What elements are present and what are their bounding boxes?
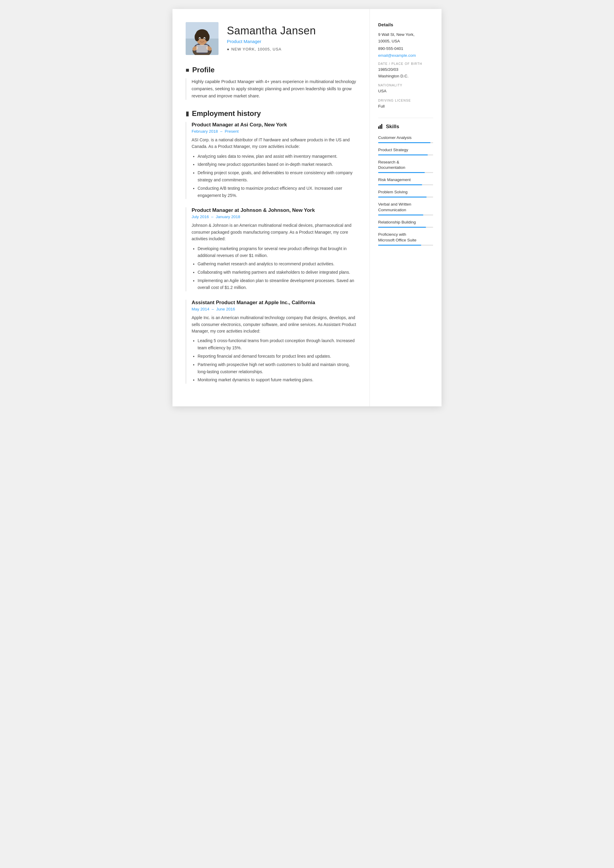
skill-bar-fill	[378, 184, 422, 185]
main-column: Samantha Jansen Product Manager ● NEW YO…	[173, 9, 370, 406]
job-bullet: Monitoring market dynamics to support fu…	[197, 377, 356, 384]
skill-bar-background	[378, 155, 433, 155]
skill-name: Proficiency withMicrosoft Office Suite	[378, 232, 433, 243]
detail-email: email@example.com	[378, 53, 433, 58]
skill-item: Verbal and WrittenCommunication	[378, 202, 433, 215]
dob-place: Washington D.C.	[378, 73, 433, 79]
skill-bar-fill	[378, 155, 428, 155]
job-title: Product Manager at Asi Corp, New York	[191, 122, 356, 128]
job-dates: February 2018 – Present	[191, 129, 356, 133]
job-title: Assistant Product Manager at Apple Inc.,…	[191, 300, 356, 306]
svg-rect-18	[381, 124, 382, 129]
skill-bar-background	[378, 214, 433, 215]
nationality-label: NATIONALITY	[378, 84, 433, 87]
skill-bar-fill	[378, 214, 423, 215]
job-item: Product Manager at Asi Corp, New YorkFeb…	[186, 122, 356, 199]
svg-point-8	[205, 33, 210, 41]
details-title: Details	[378, 22, 433, 27]
detail-phone: 890-555-0401	[378, 45, 433, 52]
job-bullet: Partnering with prospective high net wor…	[197, 361, 356, 375]
profile-icon: ■	[186, 67, 189, 73]
skill-item: Research &Documentation	[378, 160, 433, 173]
skill-bar-fill	[378, 245, 421, 246]
job-bullet: Leading 5 cross-functional teams from pr…	[197, 337, 356, 352]
job-description: Johnson & Johnson is an American multina…	[191, 222, 356, 242]
skill-bar-background	[378, 172, 433, 173]
skill-bar-fill	[378, 227, 426, 228]
candidate-location: ● NEW YORK, 10005, USA	[227, 47, 316, 51]
driving-value: Full	[378, 103, 433, 109]
skill-item: Relationship Building	[378, 220, 433, 228]
skill-name: Product Strategy	[378, 147, 433, 153]
svg-rect-16	[378, 126, 379, 129]
candidate-name: Samantha Jansen	[227, 25, 316, 37]
skill-name: Relationship Building	[378, 220, 433, 225]
avatar	[186, 22, 219, 55]
sidebar-divider	[378, 118, 433, 118]
sidebar-column: Details 9 Wall St, New York,10005, USA 8…	[370, 9, 441, 406]
job-bullet: Identifying new product opportunities ba…	[197, 161, 356, 168]
job-bullet: Defining project scope, goals, and deliv…	[197, 169, 356, 184]
profile-section: ■ Profile Highly capable Product Manager…	[186, 66, 356, 100]
skill-bar-background	[378, 197, 433, 197]
job-bullet: Implementing an Agile ideation plan to s…	[197, 277, 356, 291]
job-bullets: Leading 5 cross-functional teams from pr…	[191, 337, 356, 384]
skill-item: Problem Solving	[378, 189, 433, 197]
skill-item: Product Strategy	[378, 147, 433, 155]
job-item: Product Manager at Johnson & Johnson, Ne…	[186, 208, 356, 291]
job-bullets: Developing marketing programs for severa…	[191, 245, 356, 291]
header-info: Samantha Jansen Product Manager ● NEW YO…	[227, 22, 316, 51]
header-section: Samantha Jansen Product Manager ● NEW YO…	[186, 22, 356, 55]
job-bullet: Conducting A/B testing to maximize produ…	[197, 185, 356, 199]
detail-address: 9 Wall St, New York,10005, USA	[378, 31, 433, 44]
job-bullet: Analyzing sales data to review, plan and…	[197, 153, 356, 160]
skill-bar-background	[378, 142, 433, 143]
skill-name: Problem Solving	[378, 189, 433, 195]
employment-icon: ▮	[186, 110, 189, 117]
skills-container: Customer AnalysisProduct StrategyResearc…	[378, 135, 433, 246]
skill-bar-background	[378, 184, 433, 185]
job-description: ASI Corp. is a national distributor of I…	[191, 136, 356, 150]
job-bullet: Developing marketing programs for severa…	[197, 245, 356, 260]
skills-title: Skills	[378, 123, 433, 130]
skills-section: Skills Customer AnalysisProduct Strategy…	[378, 123, 433, 246]
nationality-value: USA	[378, 88, 433, 94]
svg-point-7	[194, 33, 199, 41]
profile-text: Highly capable Product Manager with 4+ y…	[186, 78, 356, 100]
skill-bar-fill	[378, 197, 427, 197]
driving-label: DRIVING LICENSE	[378, 99, 433, 102]
dob-label: DATE / PLACE OF BIRTH	[378, 62, 433, 65]
skill-bar-fill	[378, 142, 431, 143]
job-description: Apple Inc. is an American multinational …	[191, 314, 356, 334]
job-bullet: Reporting financial and demand forecasts…	[197, 353, 356, 360]
svg-point-11	[199, 38, 200, 39]
skill-name: Risk Management	[378, 177, 433, 183]
employment-section-title: ▮ Employment history	[186, 109, 356, 118]
skills-icon	[378, 123, 384, 130]
candidate-title: Product Manager	[227, 39, 316, 44]
skill-item: Customer Analysis	[378, 135, 433, 143]
skill-name: Customer Analysis	[378, 135, 433, 141]
jobs-container: Product Manager at Asi Corp, New YorkFeb…	[186, 122, 356, 384]
skill-bar-fill	[378, 172, 425, 173]
job-title: Product Manager at Johnson & Johnson, Ne…	[191, 208, 356, 213]
profile-section-title: ■ Profile	[186, 66, 356, 74]
job-dates: July 2016 – January 2018	[191, 214, 356, 219]
svg-point-12	[204, 38, 205, 39]
job-dates: May 2014 – June 2016	[191, 307, 356, 312]
employment-section: ▮ Employment history Product Manager at …	[186, 109, 356, 384]
skill-name: Research &Documentation	[378, 160, 433, 171]
location-icon: ●	[227, 47, 230, 51]
resume-document: Samantha Jansen Product Manager ● NEW YO…	[173, 9, 441, 406]
skill-item: Proficiency withMicrosoft Office Suite	[378, 232, 433, 246]
job-bullet: Collaborating with marketing partners an…	[197, 269, 356, 276]
skill-bar-background	[378, 245, 433, 246]
skill-name: Verbal and WrittenCommunication	[378, 202, 433, 213]
job-bullets: Analyzing sales data to review, plan and…	[191, 153, 356, 199]
details-section: Details 9 Wall St, New York,10005, USA 8…	[378, 22, 433, 109]
skill-item: Risk Management	[378, 177, 433, 185]
job-item: Assistant Product Manager at Apple Inc.,…	[186, 300, 356, 384]
svg-rect-15	[196, 45, 208, 53]
dob-value: 1985/20/03	[378, 67, 433, 73]
job-bullet: Gathering market research and analytics …	[197, 260, 356, 268]
